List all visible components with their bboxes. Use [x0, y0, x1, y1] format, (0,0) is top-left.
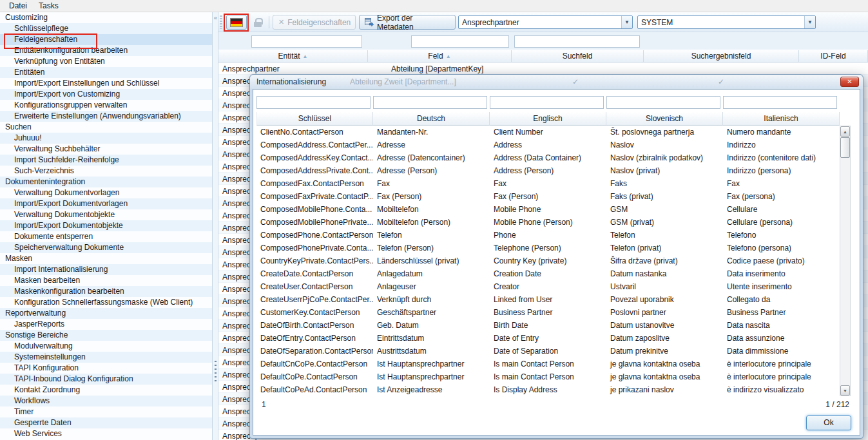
- sidebar-item[interactable]: Juhuuu!: [0, 133, 212, 144]
- sidebar-item[interactable]: Import/Export Einstellungen und Schlüsse…: [0, 78, 212, 89]
- sidebar-item[interactable]: Verwaltung Dokumentobjekte: [0, 209, 212, 220]
- cell: ComposedPhone.ContactPerson: [256, 229, 373, 242]
- sidebar-item[interactable]: Feldeigenschaften: [0, 34, 212, 45]
- sidebar-item[interactable]: Verwaltung Dokumentvorlagen: [0, 187, 212, 198]
- sidebar-item[interactable]: Entitäten: [0, 67, 212, 78]
- sidebar-item[interactable]: TAPI Konfiguration: [0, 363, 212, 374]
- column-header-suchfeld[interactable]: Suchfeld: [512, 50, 644, 62]
- sidebar-item[interactable]: Import/Export Dokumentvorlagen: [0, 198, 212, 209]
- sidebar-item[interactable]: Such-Verzeichnis: [0, 166, 212, 177]
- list-item[interactable]: ClientNo.ContactPersonMandanten-Nr.Clien…: [256, 126, 840, 139]
- list-item[interactable]: ComposedFaxPrivate.ContactP...Fax (Perso…: [256, 190, 840, 203]
- sidebar-item[interactable]: Speicherverwaltung Dokumente: [0, 242, 212, 253]
- sidebar-item[interactable]: Masken: [0, 253, 212, 264]
- list-item[interactable]: ComposedMobilePhone.Conta...Mobiltelefon…: [256, 203, 840, 216]
- list-item[interactable]: ComposedAddressPrivate.Cont...Adresse (P…: [256, 164, 840, 177]
- dialog-column-header[interactable]: Deutsch: [373, 112, 490, 126]
- feld-filter-input[interactable]: [411, 35, 509, 48]
- sidebar-item[interactable]: Konfiguration Schnellerfassungsmaske (We…: [0, 297, 212, 308]
- list-item[interactable]: CreateUser.ContactPersonAnlageuserCreato…: [256, 280, 840, 293]
- sidebar-item[interactable]: Schlüsselpflege: [0, 23, 212, 34]
- entity-combobox[interactable]: Ansprechpartner ▼: [458, 15, 633, 29]
- list-item[interactable]: ComposedPhonePrivate.Conta...Telefon (Pe…: [256, 242, 840, 254]
- list-item[interactable]: DefaultCoPeAd.ContactPersonIst Anzeigead…: [256, 383, 840, 396]
- list-item[interactable]: ComposedAddressKey.Contact...Adresse (Da…: [256, 151, 840, 164]
- dialog-column-header[interactable]: Slovenisch: [606, 112, 723, 126]
- sidebar-item[interactable]: Import Suchfelder-Reihenfolge: [0, 155, 212, 166]
- dialog-filter-input[interactable]: [723, 96, 837, 109]
- suchfeld-filter-input[interactable]: [514, 35, 640, 48]
- sidebar-item[interactable]: Customizing: [0, 12, 212, 23]
- sidebar-item[interactable]: JasperReports: [0, 319, 212, 330]
- list-item[interactable]: DefaultCnCoPe.ContactPersonIst Hauptansp…: [256, 358, 840, 370]
- sidebar-item[interactable]: Sonstige Bereiche: [0, 330, 212, 341]
- menu-datei[interactable]: Datei: [3, 1, 33, 12]
- collapse-icon[interactable]: «: [213, 15, 218, 21]
- sidebar-item[interactable]: Verwaltung Suchbehälter: [0, 144, 212, 155]
- sidebar-item[interactable]: Konfigurationsgruppen verwalten: [0, 100, 212, 111]
- column-header-feld[interactable]: Feld ▲: [368, 50, 512, 62]
- close-button[interactable]: ✕: [840, 77, 859, 87]
- sidebar-item[interactable]: Dokumente entsperren: [0, 231, 212, 242]
- ok-button[interactable]: Ok: [806, 416, 851, 430]
- sidebar-item[interactable]: Suchen: [0, 122, 212, 133]
- sidebar-item[interactable]: TAPI-Inbound Dialog Konfiguration: [0, 374, 212, 385]
- list-item[interactable]: CountryKeyPrivate.ContactPers...Ländersc…: [256, 254, 840, 267]
- list-item[interactable]: ComposedMobilePhonePrivate...Mobiltelefo…: [256, 216, 840, 229]
- dialog-scrollbar[interactable]: ▲ ▼: [840, 126, 851, 396]
- list-item[interactable]: CustomerKey.ContactPersonGeschäftspartne…: [256, 306, 840, 319]
- scroll-up-icon[interactable]: ▲: [840, 126, 850, 137]
- cell: Fax (persona): [723, 190, 840, 203]
- column-header-entitaet[interactable]: Entität ▲: [218, 50, 368, 62]
- dialog-titlebar[interactable]: Internationalisierung Abteilung Zweit [D…: [250, 75, 863, 89]
- menu-tasks[interactable]: Tasks: [33, 1, 64, 12]
- sidebar-item[interactable]: Web Services: [0, 428, 212, 439]
- column-header-id-feld[interactable]: ID-Feld: [799, 50, 868, 62]
- sidebar-item[interactable]: Erweiterte Einstellungen (Anwendungsvari…: [0, 111, 212, 122]
- sidebar-splitter[interactable]: «: [213, 12, 218, 440]
- cell: Indirizzo: [723, 139, 840, 151]
- scrollbar-thumb[interactable]: [840, 137, 850, 158]
- list-item[interactable]: CreateDate.ContactPersonAnlagedatumCreat…: [256, 267, 840, 280]
- sidebar-item[interactable]: Timer: [0, 407, 212, 417]
- dialog-column-header[interactable]: Englisch: [490, 112, 606, 126]
- list-item[interactable]: DateOfEntry.ContactPersonEintrittsdatumD…: [256, 332, 840, 345]
- export-metadata-button[interactable]: Export der Metadaten: [359, 15, 456, 30]
- sidebar-item[interactable]: Reportverwaltung: [0, 308, 212, 319]
- list-item[interactable]: CreateUserrPjCoPe.ContactPer...Verknüpft…: [256, 293, 840, 306]
- list-item[interactable]: DateOfBirth.ContactPersonGeb. DatumBirth…: [256, 319, 840, 332]
- list-item[interactable]: DateOfSeparation.ContactPersonAustrittsd…: [256, 345, 840, 358]
- sidebar-item[interactable]: Import Internationalisierung: [0, 264, 212, 275]
- cell: Šifra države (privat): [606, 254, 723, 267]
- list-item[interactable]: ComposedFax.ContactPersonFaxFaxFaksFax: [256, 177, 840, 190]
- list-item[interactable]: ComposedPhone.ContactPersonTelefonPhoneT…: [256, 229, 840, 242]
- sidebar-item[interactable]: Workflows: [0, 396, 212, 407]
- sidebar-item[interactable]: Systemeinstellungen: [0, 352, 212, 363]
- dialog-filter-input[interactable]: [373, 96, 487, 109]
- entitaet-filter-input[interactable]: [251, 35, 362, 48]
- dialog-column-header[interactable]: Schlüssel: [256, 112, 373, 126]
- list-item[interactable]: ComposedAddress.ContactPer...AdresseAddr…: [256, 139, 840, 151]
- dialog-filter-input[interactable]: [256, 96, 371, 109]
- language-flag-button[interactable]: [226, 15, 247, 30]
- sidebar-item[interactable]: Modulverwaltung: [0, 341, 212, 352]
- system-combobox[interactable]: SYSTEM ▼: [637, 15, 816, 29]
- sidebar-item[interactable]: Gesperrte Daten: [0, 417, 212, 428]
- sidebar-item[interactable]: Import/Export Dokumentobjekte: [0, 220, 212, 231]
- sidebar-item[interactable]: Masken bearbeiten: [0, 275, 212, 286]
- sidebar-item[interactable]: Import/Export von Customizing: [0, 89, 212, 100]
- lock-button[interactable]: [252, 17, 264, 28]
- feldeigenschaften-button[interactable]: ✕ Feldeigenschaften: [273, 15, 356, 30]
- list-item[interactable]: DefaultCoPe.ContactPersonIst Hauptanspre…: [256, 370, 840, 383]
- sidebar-item[interactable]: Maskenkonfiguration bearbeiten: [0, 286, 212, 297]
- sidebar-item[interactable]: Entitätenkonfiguration bearbeiten: [0, 45, 212, 56]
- sidebar-item[interactable]: Kontakt Zuordnung: [0, 385, 212, 396]
- sidebar-item[interactable]: Verknüpfung von Entitäten: [0, 56, 212, 67]
- table-row[interactable]: AnsprechpartnerAbteilung [DepartmentKey]: [218, 62, 868, 75]
- dialog-filter-input[interactable]: [606, 96, 720, 109]
- scroll-down-icon[interactable]: ▼: [840, 385, 850, 396]
- dialog-filter-input[interactable]: [490, 96, 604, 109]
- column-header-suchergebnisfeld[interactable]: Suchergebnisfeld: [644, 50, 799, 62]
- dialog-column-header[interactable]: Italienisch: [723, 112, 840, 126]
- sidebar-item[interactable]: Dokumentenintegration: [0, 177, 212, 187]
